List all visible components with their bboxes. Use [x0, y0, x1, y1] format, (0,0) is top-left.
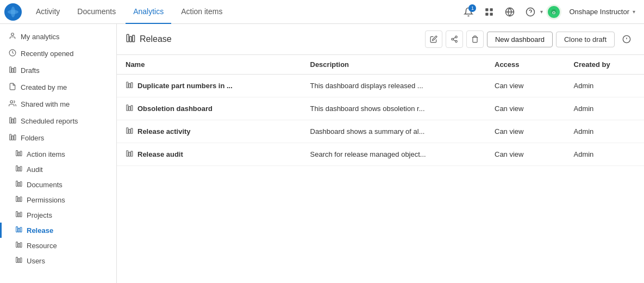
file-icon [9, 83, 16, 92]
drafts-icon [9, 66, 16, 75]
brand-icon-button[interactable]: O [546, 4, 561, 20]
svg-rect-45 [18, 243, 20, 247]
table-row[interactable]: Duplicate part numbers in ... This dashb… [117, 75, 644, 97]
row-name-4[interactable]: Release audit [117, 143, 302, 165]
svg-rect-27 [18, 152, 20, 156]
svg-rect-3 [486, 8, 489, 11]
shared-icon [9, 100, 16, 109]
row-name-3[interactable]: Release activity [117, 120, 302, 143]
svg-rect-52 [133, 35, 135, 41]
svg-point-55 [455, 40, 458, 42]
sidebar-sub-item-users[interactable]: Users [0, 253, 116, 268]
apps-button[interactable] [480, 3, 498, 21]
delete-button[interactable] [466, 30, 484, 48]
sidebar-sub-label-documents: Documents [27, 181, 62, 189]
row-name-label-4: Release audit [137, 150, 183, 158]
table-row[interactable]: Release activity Dashboard shows a summa… [117, 120, 644, 143]
user-label: Onshape Instructor [569, 8, 629, 16]
tab-activity[interactable]: Activity [28, 0, 67, 24]
sidebar-label-shared-with-me: Shared with me [21, 100, 70, 108]
sidebar-sub-item-action-items[interactable]: Action items [0, 146, 116, 162]
sidebar-sub-label-release: Release [27, 226, 53, 235]
sidebar-sub-item-projects[interactable]: Projects [0, 207, 116, 223]
svg-rect-37 [20, 197, 22, 202]
svg-point-2 [8, 10, 18, 14]
logo[interactable] [4, 3, 22, 21]
row-created-by-1: Admin [565, 75, 645, 97]
tab-action-items[interactable]: Action items [173, 0, 230, 24]
clone-to-draft-button[interactable]: Clone to draft [556, 32, 615, 47]
svg-line-57 [453, 38, 455, 39]
table-row[interactable]: Obsoletion dashboard This dashboard show… [117, 97, 644, 120]
svg-rect-71 [129, 152, 130, 157]
svg-rect-34 [20, 182, 22, 187]
help-chevron-icon: ▾ [540, 9, 543, 15]
row-icon-3 [126, 127, 133, 136]
scheduled-icon [9, 116, 16, 126]
edit-button[interactable] [425, 30, 442, 48]
new-dashboard-button[interactable]: New dashboard [487, 32, 553, 47]
svg-rect-62 [129, 84, 130, 88]
sidebar-sub-label-audit: Audit [27, 165, 43, 174]
sidebar-item-drafts[interactable]: Drafts [0, 62, 116, 79]
user-menu-button[interactable]: Onshape Instructor ▾ [565, 5, 640, 18]
sidebar-label-my-analytics: My analytics [21, 33, 60, 41]
row-name-2[interactable]: Obsoletion dashboard [117, 97, 302, 120]
svg-rect-17 [12, 69, 14, 73]
sidebar-sub-item-audit[interactable]: Audit [0, 162, 116, 177]
svg-rect-35 [16, 196, 18, 202]
sub-resource-icon [15, 241, 22, 250]
svg-rect-64 [127, 105, 128, 111]
svg-rect-32 [16, 181, 18, 187]
share-button[interactable] [446, 30, 463, 48]
content-header: Release [117, 24, 644, 55]
row-icon-2 [126, 104, 133, 113]
info-button[interactable] [618, 30, 635, 48]
svg-rect-23 [10, 134, 11, 140]
svg-rect-29 [16, 166, 18, 171]
sidebar-item-created-by-me[interactable]: Created by me [0, 79, 116, 96]
row-name-label-3: Release activity [137, 127, 191, 136]
svg-rect-47 [16, 257, 18, 263]
clock-icon [9, 49, 16, 58]
svg-rect-49 [20, 258, 22, 263]
col-name: Name [117, 55, 302, 75]
svg-rect-48 [18, 259, 20, 262]
sidebar-sub-item-documents[interactable]: Documents [0, 177, 116, 192]
table-area: Name Description Access Created by [117, 55, 644, 283]
svg-rect-36 [18, 198, 20, 201]
globe-button[interactable] [501, 3, 518, 21]
tab-analytics[interactable]: Analytics [126, 0, 171, 24]
row-access-1: Can view [486, 75, 565, 97]
sub-permissions-icon [15, 195, 22, 204]
sidebar-item-shared-with-me[interactable]: Shared with me [0, 96, 116, 113]
svg-point-53 [455, 36, 458, 38]
notification-button[interactable]: 1 [460, 3, 477, 21]
svg-rect-42 [18, 228, 20, 232]
svg-rect-18 [14, 67, 16, 72]
tab-documents[interactable]: Documents [70, 0, 123, 24]
svg-rect-50 [127, 34, 129, 42]
svg-rect-16 [10, 67, 11, 73]
sidebar-sub-item-release[interactable]: Release [0, 223, 116, 238]
svg-rect-33 [18, 182, 20, 186]
sidebar-item-my-analytics[interactable]: My analytics [0, 28, 116, 45]
sidebar-item-recently-opened[interactable]: Recently opened [0, 45, 116, 62]
sub-audit-icon [15, 165, 22, 174]
svg-rect-39 [18, 213, 20, 217]
row-name-1[interactable]: Duplicate part numbers in ... [117, 75, 302, 97]
row-desc-1: This dashboard displays released ... [302, 75, 486, 97]
table-row[interactable]: Release audit Search for release managed… [117, 143, 644, 166]
svg-rect-5 [486, 13, 489, 15]
sidebar-item-folders[interactable]: Folders [0, 130, 116, 146]
sidebar-sub-label-permissions: Permissions [27, 196, 65, 204]
sidebar-sub-item-resource[interactable]: Resource [0, 238, 116, 253]
header-right: 1 ▾ [460, 3, 640, 21]
help-button[interactable] [522, 3, 539, 21]
sidebar-item-scheduled-reports[interactable]: Scheduled reports [0, 113, 116, 130]
row-desc-3: Dashboard shows a summary of al... [302, 120, 486, 143]
sidebar-sub-item-permissions[interactable]: Permissions [0, 192, 116, 207]
svg-point-54 [452, 38, 454, 40]
person-icon [9, 32, 16, 41]
svg-line-56 [453, 40, 455, 41]
